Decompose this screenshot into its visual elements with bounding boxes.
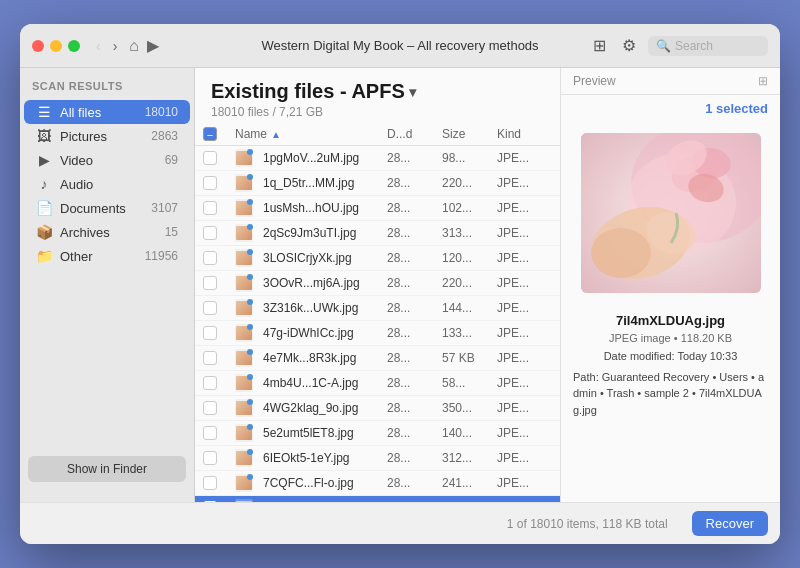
- sidebar-item-other[interactable]: 📁 Other 11956: [24, 244, 190, 268]
- row-checkbox[interactable]: [203, 201, 231, 215]
- search-icon: 🔍: [656, 39, 671, 53]
- row-checkbox[interactable]: [203, 276, 231, 290]
- file-title-dropdown-icon[interactable]: ▾: [409, 84, 416, 100]
- file-name-cell: 1q_D5tr...MM.jpg: [231, 174, 387, 192]
- preview-image-inner: [581, 133, 761, 293]
- file-name-cell: 4mb4U...1C-A.jpg: [231, 374, 387, 392]
- show-in-finder-button[interactable]: Show in Finder: [28, 456, 186, 482]
- minimize-button[interactable]: [50, 40, 62, 52]
- sidebar-item-video[interactable]: ▶ Video 69: [24, 148, 190, 172]
- back-arrow-icon[interactable]: ‹: [92, 36, 105, 56]
- table-row[interactable]: 47g-iDWhICc.jpg 28... 133... JPE...: [195, 321, 560, 346]
- table-row[interactable]: 1pgMoV...2uM.jpg 28... 98... JPE...: [195, 146, 560, 171]
- titlebar: ‹ › ⌂ ▶ Western Digital My Book – All re…: [20, 24, 780, 68]
- file-name-cell: 47g-iDWhICc.jpg: [231, 324, 387, 342]
- sidebar-item-label: Documents: [60, 201, 143, 216]
- row-checkbox[interactable]: [203, 426, 231, 440]
- file-header: Existing files - APFS ▾ 18010 files / 7,…: [195, 68, 560, 123]
- column-name-header[interactable]: Name ▲: [231, 127, 387, 141]
- forward-arrow-icon[interactable]: ›: [109, 36, 122, 56]
- column-kind-header[interactable]: Kind: [497, 127, 552, 141]
- maximize-button[interactable]: [68, 40, 80, 52]
- row-checkbox[interactable]: [203, 376, 231, 390]
- sidebar-item-pictures[interactable]: 🖼 Pictures 2863: [24, 124, 190, 148]
- video-icon: ▶: [36, 152, 52, 168]
- file-title: Existing files - APFS ▾: [211, 80, 544, 103]
- table-row[interactable]: 4mb4U...1C-A.jpg 28... 58... JPE...: [195, 371, 560, 396]
- file-area: Existing files - APFS ▾ 18010 files / 7,…: [195, 68, 560, 502]
- preview-filename: 7il4mXLDUAg.jpg: [573, 313, 768, 328]
- table-row[interactable]: 4e7Mk...8R3k.jpg 28... 57 KB JPE...: [195, 346, 560, 371]
- close-button[interactable]: [32, 40, 44, 52]
- file-name-cell: 7CQFC...Fl-o.jpg: [231, 474, 387, 492]
- table-row[interactable]: 3LOSICrjyXk.jpg 28... 120... JPE...: [195, 246, 560, 271]
- selected-count-label: 1 selected: [705, 101, 768, 116]
- select-all-check-icon: –: [203, 127, 217, 141]
- titlebar-title: Western Digital My Book – All recovery m…: [261, 38, 538, 53]
- table-row[interactable]: 3Z316k...UWk.jpg 28... 144... JPE...: [195, 296, 560, 321]
- sidebar-bottom: Show in Finder: [20, 448, 194, 490]
- sidebar-item-count: 11956: [145, 249, 178, 263]
- nav-arrows: ‹ ›: [92, 36, 121, 56]
- sidebar-item-archives[interactable]: 📦 Archives 15: [24, 220, 190, 244]
- select-all-checkbox[interactable]: –: [203, 127, 231, 141]
- main-window: ‹ › ⌂ ▶ Western Digital My Book – All re…: [20, 24, 780, 544]
- column-size-header[interactable]: Size: [442, 127, 497, 141]
- file-columns-header: – Name ▲ D...d Size Kind: [195, 123, 560, 146]
- row-checkbox[interactable]: [203, 176, 231, 190]
- selected-count-area: 1 selected: [561, 95, 780, 121]
- svg-point-8: [591, 228, 651, 278]
- row-checkbox[interactable]: [203, 251, 231, 265]
- table-row[interactable]: 1usMsh...hOU.jpg 28... 102... JPE...: [195, 196, 560, 221]
- play-icon[interactable]: ▶: [147, 36, 159, 55]
- sidebar-item-label: Audio: [60, 177, 170, 192]
- sidebar-item-audio[interactable]: ♪ Audio: [24, 172, 190, 196]
- documents-icon: 📄: [36, 200, 52, 216]
- search-placeholder: Search: [675, 39, 713, 53]
- audio-icon: ♪: [36, 176, 52, 192]
- sidebar-item-all-files[interactable]: ☰ All files 18010: [24, 100, 190, 124]
- file-subtitle: 18010 files / 7,21 GB: [211, 105, 544, 119]
- table-row[interactable]: 5e2umt5lET8.jpg 28... 140... JPE...: [195, 421, 560, 446]
- row-checkbox[interactable]: [203, 401, 231, 415]
- view-options-icon[interactable]: ⊞: [589, 32, 610, 59]
- table-row[interactable]: 2qSc9Jm3uTI.jpg 28... 313... JPE...: [195, 221, 560, 246]
- home-icon[interactable]: ⌂: [129, 37, 139, 55]
- row-checkbox[interactable]: [203, 476, 231, 490]
- file-name-cell: 3LOSICrjyXk.jpg: [231, 249, 387, 267]
- row-checkbox[interactable]: [203, 351, 231, 365]
- file-name-cell: 4WG2klag_9o.jpg: [231, 399, 387, 417]
- sidebar: Scan results ☰ All files 18010 🖼 Picture…: [20, 68, 195, 502]
- recover-button[interactable]: Recover: [692, 511, 768, 536]
- row-checkbox[interactable]: [203, 151, 231, 165]
- sidebar-item-label: Pictures: [60, 129, 143, 144]
- file-name-cell: 3Z316k...UWk.jpg: [231, 299, 387, 317]
- table-row[interactable]: 4WG2klag_9o.jpg 28... 350... JPE...: [195, 396, 560, 421]
- sidebar-item-label: Other: [60, 249, 137, 264]
- sidebar-item-label: Archives: [60, 225, 157, 240]
- table-row[interactable]: 1q_D5tr...MM.jpg 28... 220... JPE...: [195, 171, 560, 196]
- preview-label: Preview: [573, 74, 616, 88]
- column-name-label: Name: [235, 127, 267, 141]
- file-list: 1pgMoV...2uM.jpg 28... 98... JPE... 1q_D…: [195, 146, 560, 502]
- column-date-header[interactable]: D...d: [387, 127, 442, 141]
- preview-copy-icon[interactable]: ⊞: [758, 74, 768, 88]
- sidebar-item-documents[interactable]: 📄 Documents 3107: [24, 196, 190, 220]
- table-row[interactable]: 3OOvR...mj6A.jpg 28... 220... JPE...: [195, 271, 560, 296]
- search-box[interactable]: 🔍 Search: [648, 36, 768, 56]
- preview-type: JPEG image • 118.20 KB: [573, 332, 768, 344]
- row-checkbox[interactable]: [203, 326, 231, 340]
- all-files-icon: ☰: [36, 104, 52, 120]
- preview-date-modified: Date modified: Today 10:33: [573, 348, 768, 365]
- pictures-icon: 🖼: [36, 128, 52, 144]
- row-checkbox[interactable]: [203, 451, 231, 465]
- table-row[interactable]: 7CQFC...Fl-o.jpg 28... 241... JPE...: [195, 471, 560, 496]
- sidebar-item-count: 15: [165, 225, 178, 239]
- row-checkbox[interactable]: [203, 301, 231, 315]
- row-checkbox[interactable]: [203, 226, 231, 240]
- sidebar-item-count: 3107: [151, 201, 178, 215]
- settings-icon[interactable]: ⚙: [618, 32, 640, 59]
- preview-panel: Preview ⊞ 1 selected: [560, 68, 780, 502]
- file-title-text: Existing files - APFS: [211, 80, 405, 103]
- table-row[interactable]: 6IEOkt5-1eY.jpg 28... 312... JPE...: [195, 446, 560, 471]
